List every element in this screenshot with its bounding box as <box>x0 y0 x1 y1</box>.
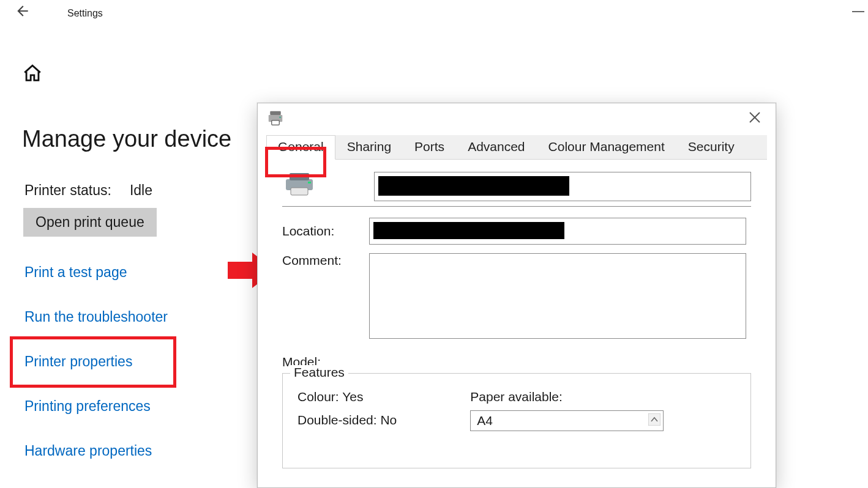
printer-status-value: Idle <box>130 182 152 199</box>
printing-preferences-link[interactable]: Printing preferences <box>24 398 168 415</box>
back-arrow-icon[interactable] <box>15 3 31 23</box>
tab-security[interactable]: Security <box>676 135 746 160</box>
location-label: Location: <box>282 224 356 238</box>
window-minimize-icon[interactable] <box>852 11 864 12</box>
tab-colour-management[interactable]: Colour Management <box>537 135 676 160</box>
hardware-properties-link[interactable]: Hardware properties <box>24 443 168 459</box>
features-legend: Features <box>290 365 348 380</box>
tab-sharing[interactable]: Sharing <box>335 135 403 160</box>
location-input[interactable] <box>369 218 746 245</box>
page-heading: Manage your device <box>22 126 231 152</box>
printer-properties-dialog: General Sharing Ports Advanced Colour Ma… <box>257 103 776 488</box>
svg-rect-2 <box>272 120 280 125</box>
print-test-page-link[interactable]: Print a test page <box>24 264 168 281</box>
paper-selected-value: A4 <box>477 413 493 428</box>
open-print-queue-button[interactable]: Open print queue <box>23 208 157 237</box>
redacted-content <box>373 222 564 239</box>
svg-rect-9 <box>308 182 311 183</box>
tab-ports[interactable]: Ports <box>403 135 456 160</box>
paper-available-label: Paper available: <box>470 390 563 404</box>
comment-input[interactable] <box>369 253 746 339</box>
redacted-content <box>378 176 569 196</box>
features-group: Features Colour: Yes Double-sided: No Pa… <box>282 373 751 468</box>
feature-colour: Colour: Yes <box>297 390 397 404</box>
tab-advanced[interactable]: Advanced <box>456 135 536 160</box>
printer-name-input[interactable] <box>374 172 751 201</box>
svg-rect-0 <box>270 111 281 115</box>
svg-rect-8 <box>291 188 308 195</box>
settings-title: Settings <box>67 8 103 19</box>
close-button[interactable] <box>743 111 767 127</box>
printer-icon <box>266 109 285 130</box>
printer-status-label: Printer status: <box>24 182 111 199</box>
chevron-up-icon <box>648 413 660 429</box>
tab-strip: General Sharing Ports Advanced Colour Ma… <box>266 135 767 160</box>
comment-label: Comment: <box>282 253 356 268</box>
home-icon[interactable] <box>22 63 43 86</box>
divider <box>282 206 751 207</box>
run-troubleshooter-link[interactable]: Run the troubleshooter <box>24 309 168 325</box>
annotation-highlight-printer-properties <box>10 336 176 388</box>
feature-duplex: Double-sided: No <box>297 413 397 427</box>
svg-point-3 <box>279 117 281 119</box>
paper-available-select[interactable]: A4 <box>470 410 664 431</box>
svg-rect-10 <box>648 413 660 426</box>
annotation-highlight-general-tab <box>265 147 326 177</box>
